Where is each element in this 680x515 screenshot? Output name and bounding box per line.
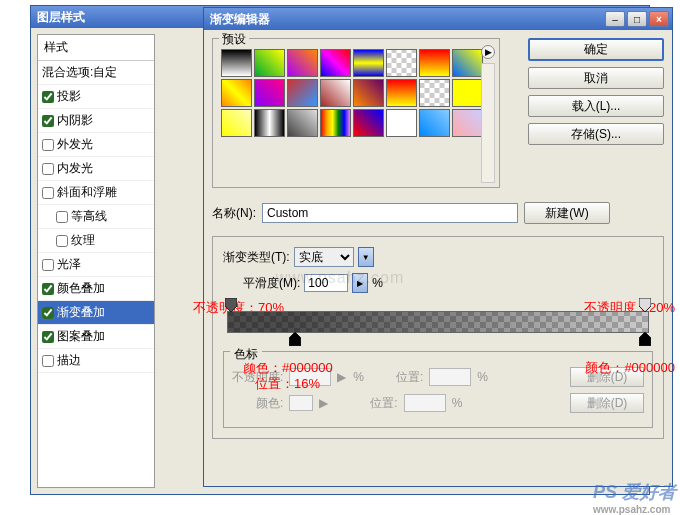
style-label: 渐变叠加 [57,304,105,321]
preset-swatch-5[interactable] [386,49,417,77]
smooth-input[interactable] [304,274,348,292]
color-stop-2[interactable] [639,332,651,346]
style-checkbox[interactable] [42,355,54,367]
gradient-editor-body: 预设 ▶ 确定 取消 载入(L)... 存储(S)... 名称(N): 新建(W… [204,30,672,447]
styles-header[interactable]: 样式 [38,35,154,61]
svg-marker-1 [639,298,651,312]
opacity-stop-right[interactable] [639,298,651,312]
new-button[interactable]: 新建(W) [524,202,610,224]
style-checkbox[interactable] [42,283,54,295]
style-checkbox[interactable] [42,115,54,127]
preset-swatch-20[interactable] [353,109,384,137]
preset-swatch-11[interactable] [320,79,351,107]
preset-swatch-18[interactable] [287,109,318,137]
gradient-bar-wrap [227,311,649,333]
gradient-editor-title: 渐变编辑器 [210,11,270,28]
window-buttons: – □ × [605,11,669,27]
styles-panel: 样式 混合选项:自定 投影内阴影外发光内发光斜面和浮雕等高线纹理光泽颜色叠加渐变… [37,34,155,488]
style-checkbox[interactable] [56,211,68,223]
gradient-editor-titlebar[interactable]: 渐变编辑器 – □ × [204,8,672,30]
smooth-row: 平滑度(M): ▶ % [243,273,653,293]
preset-swatch-13[interactable] [386,79,417,107]
style-checkbox[interactable] [42,187,54,199]
style-label: 图案叠加 [57,328,105,345]
presets-scrollbar[interactable] [481,63,495,183]
smooth-label: 平滑度(M): [243,275,300,292]
type-select[interactable]: 实底 [294,247,354,267]
svg-marker-0 [225,298,237,312]
style-checkbox[interactable] [42,139,54,151]
style-item-6[interactable]: 纹理 [38,229,154,253]
preset-swatch-21[interactable] [386,109,417,137]
preset-swatch-7[interactable] [452,49,483,77]
ok-button[interactable]: 确定 [528,38,664,61]
preset-swatch-6[interactable] [419,49,450,77]
style-label: 颜色叠加 [57,280,105,297]
gradient-editor-window: 渐变编辑器 – □ × 预设 ▶ 确定 取消 载入(L)... [203,7,673,487]
blend-options-row[interactable]: 混合选项:自定 [38,61,154,85]
preset-swatch-2[interactable] [287,49,318,77]
style-checkbox[interactable] [42,259,54,271]
type-dropdown-icon[interactable]: ▼ [358,247,374,267]
style-item-9[interactable]: 渐变叠加 [38,301,154,325]
preset-swatch-8[interactable] [221,79,252,107]
style-item-0[interactable]: 投影 [38,85,154,109]
opacity-stop-row: 不透明度: ▶ % 位置: % 删除(D) [232,367,644,387]
gradient-bar[interactable] [227,311,649,333]
delete-color-stop-button[interactable]: 删除(D) [570,393,644,413]
preset-swatch-9[interactable] [254,79,285,107]
presets-label: 预设 [219,31,249,48]
style-item-1[interactable]: 内阴影 [38,109,154,133]
layer-styles-window: 图层样式 样式 混合选项:自定 投影内阴影外发光内发光斜面和浮雕等高线纹理光泽颜… [30,5,650,495]
minimize-button[interactable]: – [605,11,625,27]
close-button[interactable]: × [649,11,669,27]
preset-swatch-23[interactable] [452,109,483,137]
preset-swatch-22[interactable] [419,109,450,137]
opacity-label: 不透明度: [232,369,283,386]
style-item-2[interactable]: 外发光 [38,133,154,157]
style-checkbox[interactable] [42,307,54,319]
style-checkbox[interactable] [42,91,54,103]
presets-menu-button[interactable]: ▶ [481,45,495,59]
preset-swatch-10[interactable] [287,79,318,107]
preset-swatch-17[interactable] [254,109,285,137]
style-item-8[interactable]: 颜色叠加 [38,277,154,301]
preset-swatch-15[interactable] [452,79,483,107]
preset-swatch-14[interactable] [419,79,450,107]
style-item-4[interactable]: 斜面和浮雕 [38,181,154,205]
color-stop-1[interactable] [289,332,301,346]
style-item-7[interactable]: 光泽 [38,253,154,277]
style-label: 纹理 [71,232,95,249]
color-swatch[interactable] [289,395,313,411]
load-button[interactable]: 载入(L)... [528,95,664,117]
preset-swatch-0[interactable] [221,49,252,77]
style-checkbox[interactable] [56,235,68,247]
opacity-stop-left[interactable] [225,298,237,312]
save-button[interactable]: 存储(S)... [528,123,664,145]
dialog-buttons: 确定 取消 载入(L)... 存储(S)... [528,38,664,145]
style-checkbox[interactable] [42,331,54,343]
preset-swatch-12[interactable] [353,79,384,107]
style-item-10[interactable]: 图案叠加 [38,325,154,349]
style-item-11[interactable]: 描边 [38,349,154,373]
delete-opacity-stop-button[interactable]: 删除(D) [570,367,644,387]
style-item-3[interactable]: 内发光 [38,157,154,181]
name-row: 名称(N): 新建(W) [212,202,664,224]
watermark: PS 爱好者 www.psahz.com [593,480,676,515]
cancel-button[interactable]: 取消 [528,67,664,89]
opacity-input [289,368,331,386]
preset-swatch-3[interactable] [320,49,351,77]
preset-swatch-4[interactable] [353,49,384,77]
gradient-settings-group: 渐变类型(T): 实底 ▼ 平滑度(M): ▶ % 不透明度：70% 不透明度：… [212,236,664,439]
preset-swatch-1[interactable] [254,49,285,77]
maximize-button[interactable]: □ [627,11,647,27]
preset-grid [221,49,491,137]
style-item-5[interactable]: 等高线 [38,205,154,229]
preset-swatch-16[interactable] [221,109,252,137]
style-checkbox[interactable] [42,163,54,175]
preset-swatch-19[interactable] [320,109,351,137]
layer-styles-title: 图层样式 [37,9,85,26]
style-label: 斜面和浮雕 [57,184,117,201]
name-input[interactable] [262,203,518,223]
smooth-dropdown-icon[interactable]: ▶ [352,273,368,293]
